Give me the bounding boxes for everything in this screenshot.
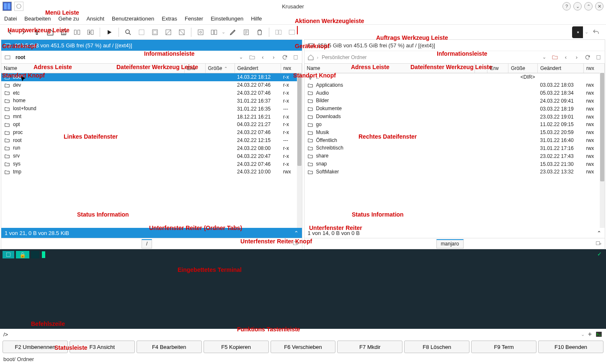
back-icon[interactable]: ‹ [561, 53, 570, 62]
dropdown-icon[interactable]: ⌄ [222, 29, 225, 35]
invert-button[interactable] [176, 26, 188, 38]
col-geändert[interactable]: Geändert [235, 64, 281, 73]
up-button[interactable] [31, 26, 43, 38]
unselect-button[interactable] [162, 26, 174, 38]
fn-f9[interactable]: F9 Term [471, 341, 536, 353]
menu-benutzeraktionen[interactable]: Benutzeraktionen [112, 15, 154, 22]
dropdown-icon[interactable]: ⌄ [585, 29, 588, 35]
view-button[interactable] [195, 26, 206, 38]
menu-hilfe[interactable]: Hilfe [251, 15, 262, 22]
menu-fenster[interactable]: Fenster [185, 15, 203, 22]
table-row[interactable]: Musik15.03.22 20:59rwx [304, 129, 605, 137]
menu-extras[interactable]: Extras [162, 15, 177, 22]
table-row[interactable]: tmp24.03.22 10:00rwx [1, 168, 302, 176]
edit-button[interactable] [227, 26, 239, 38]
table-row[interactable]: Bilder24.03.22 09:41rwx [304, 97, 605, 105]
table-row[interactable]: mnt18.12.21 16:21r-x [1, 113, 302, 121]
table-row[interactable]: SoftMaker23.03.22 13:32rwx [304, 168, 605, 176]
clear-location-button[interactable] [572, 26, 583, 38]
col-erw[interactable]: Erw [184, 64, 205, 73]
col-größe[interactable]: Größe [508, 64, 538, 73]
select-all-button[interactable] [149, 26, 161, 38]
home-icon[interactable] [306, 53, 315, 62]
menu-einstellungen[interactable]: Einstellungen [211, 15, 243, 22]
embedded-terminal[interactable]: 🔒 ✓ [0, 249, 606, 329]
properties-button[interactable] [240, 26, 252, 38]
col-name[interactable]: Name [304, 64, 475, 73]
right-tab[interactable]: manjaro [436, 239, 464, 248]
refresh-icon[interactable] [280, 53, 289, 62]
run-button[interactable] [103, 26, 115, 38]
table-row[interactable]: Applications03.03.22 18:03rwx [304, 81, 605, 89]
right-path[interactable]: Persönlicher Ordner [320, 54, 538, 60]
scrollbar[interactable] [297, 73, 302, 228]
fn-f8[interactable]: F8 Löschen [404, 341, 469, 353]
table-row[interactable]: proc24.03.22 07:46r-x [1, 129, 302, 137]
right-grid[interactable]: Name⌃ErwGrößeGeändertrwx ..<DIR>Applicat… [304, 63, 605, 228]
fn-f2[interactable]: F2 Umbenennen [3, 341, 68, 353]
new-folder-icon[interactable] [550, 53, 560, 62]
undo-button[interactable] [590, 26, 602, 38]
menu-ansicht[interactable]: Ansicht [86, 15, 104, 22]
table-row[interactable]: Dokumente03.03.22 18:19rwx [304, 105, 605, 113]
terminal-toggle-button[interactable] [595, 330, 603, 338]
table-row[interactable]: etc24.03.22 07:46r-x [1, 89, 302, 97]
expand-icon[interactable]: ⌃ [597, 230, 601, 236]
table-row[interactable]: snap15.03.22 21:30rwx [304, 160, 605, 168]
table-row[interactable]: Downloads23.03.22 19:01rwx [304, 113, 605, 121]
table-row[interactable]: opt04.03.22 21:27r-x [1, 121, 302, 129]
table-row[interactable]: lost+found31.01.22 16:35--- [1, 105, 302, 113]
left-path[interactable]: root [14, 54, 235, 60]
table-row[interactable]: share23.02.22 17:43rwx [304, 152, 605, 160]
table-row[interactable]: go11.02.22 09:15rwx [304, 121, 605, 129]
new-tab-button[interactable] [291, 239, 300, 248]
scrollbar[interactable] [600, 73, 605, 228]
fn-f4[interactable]: F4 Bearbeiten [137, 341, 202, 353]
home-button[interactable] [44, 26, 56, 38]
fn-f6[interactable]: F6 Verschieben [271, 341, 336, 353]
refresh-icon[interactable] [583, 53, 592, 62]
fn-f5[interactable]: F5 Kopieren [204, 341, 269, 353]
compare-button[interactable] [208, 26, 220, 38]
table-row[interactable]: Audio05.03.22 18:34rwx [304, 89, 605, 97]
root-button[interactable] [58, 26, 70, 38]
menu-datei[interactable]: Datei [4, 15, 17, 22]
new-tab-button[interactable] [594, 239, 603, 248]
updir-row[interactable]: ..<DIR> [304, 73, 605, 81]
col-sort[interactable]: ⌃ [475, 64, 487, 73]
dropdown-icon[interactable]: ⌄ [539, 53, 549, 62]
dropdown-icon[interactable]: ⌄ [237, 53, 246, 62]
cmd-input[interactable] [11, 331, 577, 338]
col-erw[interactable]: Erw [487, 64, 508, 73]
table-row[interactable]: home31.01.22 16:37r-x [1, 97, 302, 105]
col-rwx[interactable]: rwx [281, 64, 302, 73]
fn-f7[interactable]: F7 Mkdir [337, 341, 402, 353]
select-group-button[interactable] [136, 26, 147, 38]
equal-panels-button[interactable] [71, 26, 83, 38]
table-row[interactable]: srv04.03.22 20:47r-x [1, 152, 302, 160]
table-row[interactable]: boot14.03.22 18:12r-x [1, 73, 302, 81]
diskusage-button[interactable] [286, 26, 298, 38]
back-icon[interactable]: ‹ [258, 53, 268, 62]
device-icon[interactable] [4, 41, 11, 49]
sync-button[interactable] [273, 26, 284, 38]
expand-icon[interactable]: ⌃ [294, 230, 299, 236]
delete-button[interactable] [254, 26, 266, 38]
col-größe[interactable]: Größe⌃ [205, 64, 235, 73]
table-row[interactable]: root24.02.22 12:15--- [1, 137, 302, 145]
fn-f3[interactable]: F3 Ansicht [70, 341, 135, 353]
new-folder-icon[interactable] [248, 53, 257, 62]
history-dropdown-icon[interactable]: ⌄ [581, 332, 585, 337]
left-tab[interactable]: / [142, 239, 152, 248]
table-row[interactable]: dev24.03.22 07:46r-x [1, 81, 302, 89]
menu-bearbeiten[interactable]: Bearbeiten [24, 15, 51, 22]
minimize-button[interactable]: ⌄ [573, 2, 582, 10]
close-button[interactable]: ✕ [595, 2, 603, 10]
fn-f10[interactable]: F10 Beenden [538, 341, 603, 353]
table-row[interactable]: Schreibtisch31.01.22 17:16rwx [304, 144, 605, 152]
col-rwx[interactable]: rwx [584, 64, 605, 73]
table-row[interactable]: Öffentlich31.01.22 16:40rwx [304, 137, 605, 145]
forward-icon[interactable]: › [572, 53, 581, 62]
swap-panels-button[interactable]: x [85, 26, 96, 38]
add-button[interactable]: + [588, 330, 592, 338]
